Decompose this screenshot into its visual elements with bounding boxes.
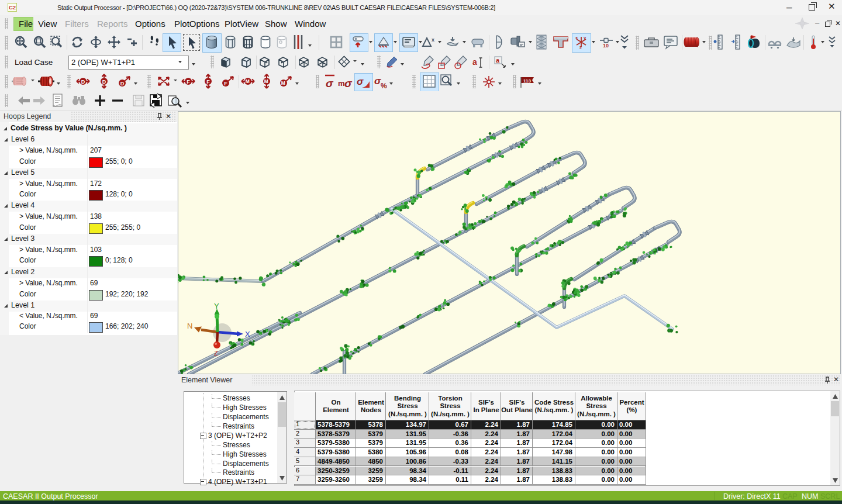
svg-text:M: M — [281, 80, 285, 86]
svg-text:F: F — [206, 79, 210, 85]
svg-text:σ: σ — [357, 76, 364, 87]
svg-text:F: F — [187, 79, 190, 85]
svg-text:m: m — [338, 79, 345, 88]
svg-text:D: D — [81, 79, 85, 85]
svg-text:10: 10 — [603, 43, 609, 49]
svg-text:M: M — [246, 78, 250, 84]
svg-text:x: x — [432, 37, 434, 43]
svg-text:a: a — [496, 57, 500, 64]
svg-text:N: N — [187, 322, 192, 330]
svg-text:D: D — [120, 81, 125, 87]
svg-text:M: M — [264, 78, 268, 84]
svg-text:Z: Z — [214, 350, 218, 357]
svg-text:σ: σ — [326, 77, 334, 89]
svg-text:D: D — [102, 79, 106, 85]
svg-text:X: X — [245, 330, 250, 339]
svg-text:σ: σ — [344, 77, 353, 89]
svg-text:113: 113 — [523, 78, 531, 84]
svg-text:%: % — [381, 82, 387, 90]
svg-text:Y: Y — [214, 302, 219, 310]
svg-text:F: F — [224, 81, 227, 87]
svg-text:z: z — [579, 44, 582, 50]
svg-text:a: a — [472, 57, 477, 67]
